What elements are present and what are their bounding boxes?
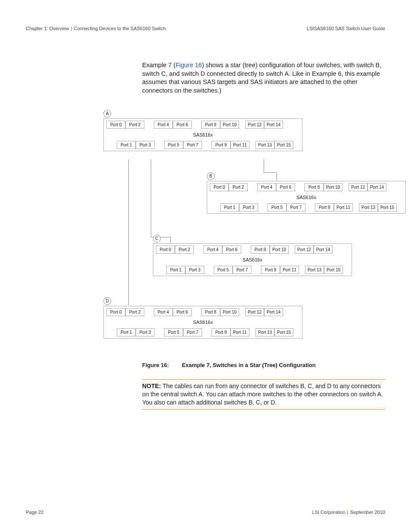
port-box: Port 10 [324, 183, 342, 191]
port-box: Port 7 [183, 141, 202, 149]
port-box: Port 12 [349, 183, 367, 191]
guide-title: LSISAS6160 SAS Switch User Guide [307, 26, 385, 31]
page-header: Chapter 1: Overview|Connecting Devices t… [26, 26, 385, 31]
port-box: Port 1 [220, 203, 239, 212]
port-box: Port 10 [270, 246, 289, 254]
port-box: Port 13 [359, 203, 378, 212]
port-box: Port 14 [367, 183, 386, 191]
port-box: Port 11 [230, 328, 249, 336]
port-box: Port 3 [136, 328, 155, 336]
port-box: Port 9 [212, 328, 230, 336]
port-box: Port 0 [156, 246, 175, 254]
port-box: Port 15 [274, 328, 293, 336]
port-box: Port 2 [175, 246, 194, 254]
header-left: Chapter 1: Overview|Connecting Devices t… [26, 26, 166, 31]
port-box: Port 2 [229, 183, 248, 191]
switch-b: Port 0Port 2 Port 4Port 6 Port 8Port 10 … [207, 181, 406, 214]
header-separator-icon: | [69, 26, 74, 31]
port-box: Port 6 [173, 121, 192, 129]
port-box: Port 10 [220, 308, 239, 316]
note-text: The cables can run from any connector of… [142, 383, 383, 406]
port-box: Port 1 [117, 141, 136, 149]
port-box: Port 2 [125, 308, 144, 316]
footer-page: Page 22 [26, 510, 44, 515]
port-box: Port 11 [230, 141, 249, 149]
port-box: Port 12 [245, 308, 264, 316]
port-box: Port 10 [220, 121, 239, 129]
port-box: Port 5 [214, 266, 233, 274]
port-box: Port 11 [334, 203, 353, 212]
port-box: Port 5 [164, 141, 183, 149]
port-box: Port 5 [268, 203, 286, 212]
port-box: Port 6 [173, 308, 192, 316]
switch-model-label: SAS616x [104, 131, 302, 139]
port-box: Port 2 [125, 121, 144, 129]
port-box: Port 3 [239, 203, 258, 212]
port-box: Port 8 [305, 183, 324, 191]
port-box: Port 8 [251, 246, 270, 254]
port-box: Port 12 [245, 121, 264, 129]
port-box: Port 3 [136, 141, 155, 149]
port-box: Port 0 [106, 121, 125, 129]
section-label: Connecting Devices to the SAS6160 Switch [74, 26, 165, 31]
port-box: Port 14 [264, 308, 283, 316]
switch-d: Port 0Port 2 Port 4Port 6 Port 8Port 10 … [103, 306, 302, 339]
switch-c: Port 0Port 2 Port 4Port 6 Port 8Port 10 … [153, 243, 352, 276]
port-box: Port 9 [261, 266, 280, 274]
port-box: Port 11 [280, 266, 299, 274]
port-box: Port 6 [276, 183, 295, 191]
port-box: Port 9 [315, 203, 334, 212]
port-box: Port 12 [295, 246, 314, 254]
port-box: Port 4 [203, 246, 222, 254]
port-box: Port 13 [305, 266, 324, 274]
port-box: Port 1 [117, 328, 136, 336]
port-box: Port 0 [106, 308, 125, 316]
port-box: Port 4 [154, 121, 173, 129]
figure-title: Example 7, Switches in a Star (Tree) Con… [182, 362, 316, 368]
switch-badge-c: C [153, 235, 161, 243]
switch-badge-d: D [103, 297, 111, 305]
port-box: Port 1 [166, 266, 185, 274]
port-box: Port 13 [255, 141, 274, 149]
switch-badge-a: A [103, 110, 111, 118]
port-box: Port 8 [201, 121, 220, 129]
footer-date: September 2010 [350, 510, 385, 515]
port-box: Port 7 [233, 266, 252, 274]
footer-right: LSI Corporation|September 2010 [312, 510, 385, 515]
chapter-label: Chapter 1: Overview [26, 26, 69, 31]
switch-badge-b: B [207, 172, 215, 180]
figure-link[interactable]: Figure 16 [175, 62, 202, 68]
footer-separator-icon: | [346, 510, 350, 515]
port-box: Port 6 [222, 246, 241, 254]
port-box: Port 15 [378, 203, 397, 212]
port-box: Port 15 [324, 266, 343, 274]
switch-model-label: SAS616x [153, 255, 352, 264]
port-box: Port 9 [212, 141, 230, 149]
page-footer: Page 22 LSI Corporation|September 2010 [26, 510, 385, 515]
port-box: Port 7 [183, 328, 202, 336]
port-box: Port 13 [255, 328, 274, 336]
switch-model-label: SAS616x [104, 318, 302, 327]
port-box: Port 3 [185, 266, 204, 274]
port-box: Port 5 [164, 328, 183, 336]
port-box: Port 14 [264, 121, 283, 129]
port-box: Port 15 [274, 141, 293, 149]
note-label: NOTE: [142, 383, 161, 389]
figure-number: Figure 16: [142, 362, 169, 368]
switch-model-label: SAS616x [207, 193, 405, 202]
footer-corp: LSI Corporation [312, 510, 346, 515]
port-box: Port 7 [286, 203, 305, 212]
port-box: Port 14 [314, 246, 333, 254]
figure-16-diagram: A Port 0Port 2 Port 4Port 6 Port 8Port 1… [78, 108, 405, 358]
body-paragraph: Example 7 (Figure 16) shows a star (tree… [142, 61, 385, 95]
note-block: NOTE: The cables can run from any connec… [142, 379, 385, 410]
port-box: Port 0 [210, 183, 229, 191]
switch-a: Port 0Port 2 Port 4Port 6 Port 8Port 10 … [103, 118, 302, 151]
port-box: Port 8 [201, 308, 220, 316]
figure-caption: Figure 16:Example 7, Switches in a Star … [142, 362, 385, 368]
port-box: Port 4 [154, 308, 173, 316]
body-pre: Example 7 ( [142, 62, 175, 68]
port-box: Port 4 [257, 183, 276, 191]
